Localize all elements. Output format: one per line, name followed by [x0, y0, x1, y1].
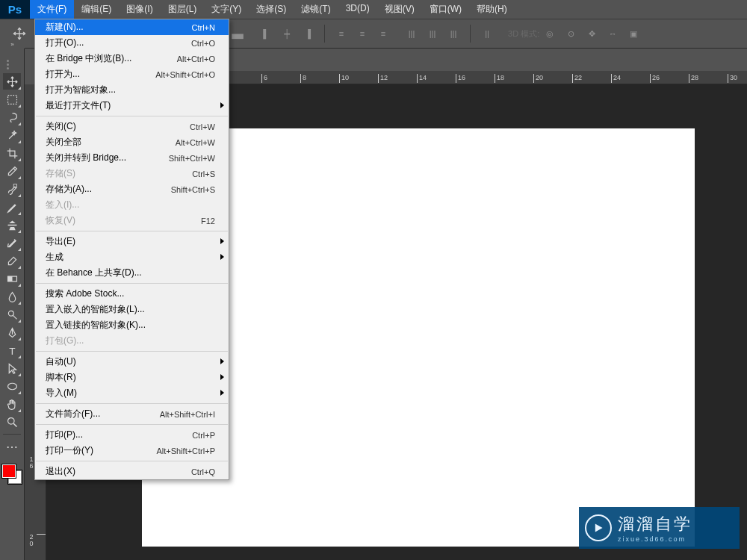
file-menu-item-12: 签入(I)... — [35, 197, 229, 213]
menu-10[interactable]: 帮助(H) — [469, 0, 515, 19]
align-hcenter-icon[interactable]: ╪ — [279, 25, 295, 42]
brush-tool[interactable] — [3, 199, 21, 215]
file-menu-item-2[interactable]: 在 Bridge 中浏览(B)...Alt+Ctrl+O — [35, 51, 229, 66]
menu-9[interactable]: 窗口(W) — [422, 0, 469, 19]
file-menu-dropdown: 新建(N)...Ctrl+N打开(O)...Ctrl+O在 Bridge 中浏览… — [34, 19, 229, 480]
menu-5[interactable]: 选择(S) — [249, 0, 294, 19]
distribute-6-icon[interactable]: ||| — [445, 25, 462, 42]
file-menu-item-24[interactable]: 自动(U) — [35, 354, 229, 370]
svg-rect-3 — [7, 276, 12, 281]
move-tool-icon — [12, 26, 27, 41]
file-menu-item-3[interactable]: 打开为...Alt+Shift+Ctrl+O — [35, 66, 229, 82]
distribute-4-icon[interactable]: ||| — [403, 25, 420, 42]
3d-roll-icon[interactable]: ⊙ — [562, 25, 579, 42]
menu-0[interactable]: 文件(F) — [30, 0, 74, 19]
file-menu-item-33[interactable]: 退出(X)Ctrl+Q — [35, 464, 229, 479]
svg-point-6 — [7, 383, 16, 390]
svg-rect-0 — [7, 95, 16, 104]
menu-4[interactable]: 文字(Y) — [204, 0, 249, 19]
watermark-sub: zixue.3d66.com — [618, 535, 692, 543]
lasso-tool[interactable] — [3, 109, 21, 125]
distribute-5-icon[interactable]: ||| — [424, 25, 441, 42]
file-menu-item-15[interactable]: 导出(E) — [35, 234, 229, 249]
file-menu-item-20[interactable]: 置入嵌入的智能对象(L)... — [35, 302, 229, 317]
file-menu-item-8[interactable]: 关闭全部Alt+Ctrl+W — [35, 134, 229, 150]
clone-stamp-tool[interactable] — [3, 217, 21, 233]
file-menu-item-4[interactable]: 打开为智能对象... — [35, 82, 229, 98]
type-tool[interactable]: T — [3, 342, 21, 358]
crop-tool[interactable] — [3, 145, 21, 161]
dodge-tool[interactable] — [3, 306, 21, 323]
blur-tool[interactable] — [3, 288, 21, 305]
app-logo: Ps — [0, 0, 30, 19]
foreground-color[interactable] — [2, 464, 16, 478]
3d-zoom-icon[interactable]: ▣ — [625, 25, 642, 42]
tool-panel-expander[interactable]: » — [0, 40, 25, 49]
file-menu-item-13: 恢复(V)F12 — [35, 213, 229, 228]
color-swatches[interactable] — [1, 463, 23, 488]
watermark-title: 溜溜自学 — [618, 513, 692, 535]
file-menu-item-30[interactable]: 打印(P)...Ctrl+P — [35, 427, 229, 443]
menu-6[interactable]: 滤镜(T) — [294, 0, 338, 19]
watermark: 溜溜自学 zixue.3d66.com — [579, 507, 740, 549]
eraser-tool[interactable] — [3, 252, 21, 269]
play-icon — [585, 514, 612, 541]
distribute-spacing-icon[interactable]: || — [479, 25, 495, 42]
svg-text:T: T — [9, 345, 15, 356]
file-menu-item-9[interactable]: 关闭并转到 Bridge...Shift+Ctrl+W — [35, 150, 229, 166]
zoom-tool[interactable] — [3, 414, 21, 430]
menu-8[interactable]: 视图(V) — [377, 0, 422, 19]
file-menu-item-7[interactable]: 关闭(C)Ctrl+W — [35, 119, 229, 134]
healing-brush-tool[interactable] — [3, 181, 21, 197]
path-selection-tool[interactable] — [3, 360, 21, 376]
marquee-tool[interactable] — [3, 91, 21, 108]
distribute-3-icon[interactable]: ≡ — [375, 25, 391, 42]
file-menu-item-19[interactable]: 搜索 Adobe Stock... — [35, 286, 229, 302]
menu-7[interactable]: 3D(D) — [338, 0, 377, 19]
file-menu-item-17[interactable]: 在 Behance 上共享(D)... — [35, 265, 229, 281]
menu-3[interactable]: 图层(L) — [161, 0, 205, 19]
menu-1[interactable]: 编辑(E) — [74, 0, 119, 19]
hand-tool[interactable] — [3, 396, 21, 412]
file-menu-item-5[interactable]: 最近打开文件(T) — [35, 98, 229, 113]
file-menu-item-0[interactable]: 新建(N)...Ctrl+N — [35, 19, 229, 35]
tool-panel: » T ⋯ — [0, 49, 25, 560]
file-menu-item-16[interactable]: 生成 — [35, 249, 229, 265]
file-menu-item-10: 存储(S)Ctrl+S — [35, 166, 229, 181]
3d-mode-label: 3D 模式: — [508, 28, 539, 40]
align-right-icon[interactable]: ▐ — [300, 25, 316, 42]
eyedropper-tool[interactable] — [3, 163, 21, 179]
svg-point-7 — [7, 417, 13, 424]
align-left-icon[interactable]: ▌ — [258, 25, 274, 42]
file-menu-item-25[interactable]: 脚本(R) — [35, 370, 229, 385]
magic-wand-tool[interactable] — [3, 127, 21, 143]
pen-tool[interactable] — [3, 324, 21, 340]
file-menu-item-26[interactable]: 导入(M) — [35, 385, 229, 401]
history-brush-tool[interactable] — [3, 234, 21, 251]
align-bottom-icon[interactable]: ▄▄ — [229, 25, 246, 42]
3d-orbit-icon[interactable]: ◎ — [542, 25, 558, 42]
file-menu-item-11[interactable]: 存储为(A)...Shift+Ctrl+S — [35, 181, 229, 197]
file-menu-item-31[interactable]: 打印一份(Y)Alt+Shift+Ctrl+P — [35, 443, 229, 458]
file-menu-item-21[interactable]: 置入链接的智能对象(K)... — [35, 317, 229, 333]
distribute-2-icon[interactable]: ≡ — [354, 25, 371, 42]
menu-bar: Ps 文件(F)编辑(E)图像(I)图层(L)文字(Y)选择(S)滤镜(T)3D… — [0, 0, 747, 19]
svg-point-4 — [8, 311, 13, 316]
3d-slide-icon[interactable]: ↔ — [604, 25, 621, 42]
distribute-1-icon[interactable]: ≡ — [333, 25, 350, 42]
gradient-tool[interactable] — [3, 270, 21, 287]
edit-toolbar[interactable]: ⋯ — [3, 438, 21, 455]
file-menu-item-1[interactable]: 打开(O)...Ctrl+O — [35, 35, 229, 51]
file-menu-item-28[interactable]: 文件简介(F)...Alt+Shift+Ctrl+I — [35, 406, 229, 422]
file-menu-item-22: 打包(G)... — [35, 333, 229, 349]
move-tool[interactable] — [3, 73, 21, 90]
menu-2[interactable]: 图像(I) — [119, 0, 160, 19]
3d-pan-icon[interactable]: ✥ — [583, 25, 600, 42]
shape-tool[interactable] — [3, 378, 21, 394]
